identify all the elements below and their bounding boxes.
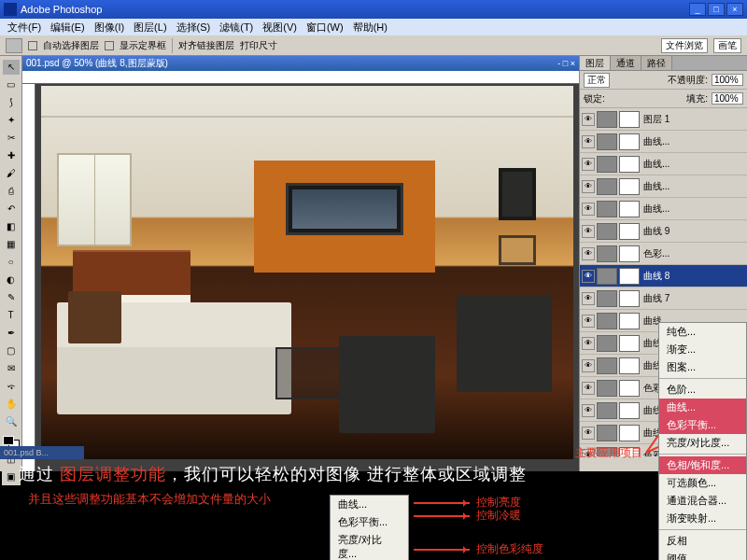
ctxmenu-item[interactable]: 渐变... xyxy=(659,341,746,358)
layer-thumb xyxy=(597,201,617,217)
document-title-bar[interactable]: 001.psd @ 50% (曲线 8,图层蒙版) - □ × xyxy=(22,56,579,71)
canvas-area: 001.psd @ 50% (曲线 8,图层蒙版) - □ × xyxy=(22,56,579,471)
layer-row[interactable]: 👁曲线 9 xyxy=(580,220,747,243)
mask-thumb xyxy=(619,380,640,397)
shape-tool[interactable]: ▢ xyxy=(2,343,21,359)
visibility-icon[interactable]: 👁 xyxy=(582,203,595,216)
ctxmenu-item[interactable]: 曲线... xyxy=(659,399,746,416)
submenu-item[interactable]: 色彩平衡... xyxy=(331,513,408,531)
pen-tool[interactable]: ✒ xyxy=(2,325,21,342)
auto-select-checkbox[interactable] xyxy=(28,41,37,50)
ctxmenu-item[interactable]: 图案... xyxy=(659,358,746,376)
menu-window[interactable]: 窗口(W) xyxy=(303,21,347,35)
visibility-icon[interactable]: 👁 xyxy=(582,404,595,417)
layer-row[interactable]: 👁图层 1 xyxy=(580,108,747,131)
close-button[interactable]: × xyxy=(726,3,743,16)
ctxmenu-item[interactable]: 亮度/对比度... xyxy=(659,434,746,452)
tab-layers[interactable]: 图层 xyxy=(580,56,611,70)
marquee-tool[interactable]: ▭ xyxy=(2,77,21,93)
fill-input[interactable]: 100% xyxy=(712,92,743,105)
gradient-tool[interactable]: ▦ xyxy=(2,236,21,253)
heal-tool[interactable]: ✚ xyxy=(2,147,21,164)
visibility-icon[interactable]: 👁 xyxy=(582,292,595,305)
submenu-item[interactable]: 曲线... xyxy=(331,496,408,513)
ctxmenu-item[interactable]: 渐变映射... xyxy=(659,510,746,527)
move-tool-icon[interactable] xyxy=(6,38,22,53)
eraser-tool[interactable]: ◧ xyxy=(2,218,21,235)
ctxmenu-item[interactable]: 纯色... xyxy=(659,323,746,341)
layer-row[interactable]: 👁曲线... xyxy=(580,175,747,198)
stamp-tool[interactable]: ⎙ xyxy=(2,183,21,200)
opacity-input[interactable]: 100% xyxy=(712,74,743,86)
menu-view[interactable]: 视图(V) xyxy=(259,21,301,35)
visibility-icon[interactable]: 👁 xyxy=(582,382,595,395)
mask-thumb xyxy=(619,290,640,307)
visibility-icon[interactable]: 👁 xyxy=(582,427,595,440)
ctxmenu-item[interactable]: 色相/饱和度... xyxy=(659,456,746,474)
visibility-icon[interactable]: 👁 xyxy=(582,180,595,193)
ctxmenu-item[interactable]: 色彩平衡... xyxy=(659,416,746,434)
layer-thumb xyxy=(597,380,617,397)
menu-file[interactable]: 文件(F) xyxy=(4,21,45,35)
history-tool[interactable]: ↶ xyxy=(2,201,21,217)
blur-tool[interactable]: ○ xyxy=(2,254,21,271)
type-tool[interactable]: T xyxy=(2,307,21,324)
path-tool[interactable]: ✎ xyxy=(2,289,21,306)
layer-name: 曲线 7 xyxy=(641,292,745,305)
layer-thumb xyxy=(597,425,617,441)
menu-layer[interactable]: 图层(L) xyxy=(130,21,170,35)
ctxmenu-item[interactable]: 色阶... xyxy=(659,381,746,399)
visibility-icon[interactable]: 👁 xyxy=(582,225,595,238)
visibility-icon[interactable]: 👁 xyxy=(582,247,595,260)
tab-paths[interactable]: 路径 xyxy=(641,56,672,70)
canvas[interactable] xyxy=(35,84,579,471)
menu-image[interactable]: 图像(I) xyxy=(91,21,128,35)
menu-edit[interactable]: 编辑(E) xyxy=(47,21,89,35)
minimize-button[interactable]: _ xyxy=(689,3,706,16)
toolbox: ↖ ▭ ⟆ ✦ ✂ ✚ 🖌 ⎙ ↶ ◧ ▦ ○ ◐ ✎ T ✒ ▢ ✉ ⤽ ✋ … xyxy=(0,56,22,471)
mask-thumb xyxy=(619,245,640,262)
visibility-icon[interactable]: 👁 xyxy=(582,337,595,350)
visibility-icon[interactable]: 👁 xyxy=(582,135,595,148)
ctxmenu-item[interactable]: 通道混合器... xyxy=(659,492,746,510)
title-bar: Adobe Photoshop _ □ × xyxy=(0,0,747,19)
zoom-tool[interactable]: 🔍 xyxy=(2,413,21,430)
visibility-icon[interactable]: 👁 xyxy=(582,315,595,328)
ctxmenu-item[interactable]: 可选颜色... xyxy=(659,474,746,492)
ctxmenu-item[interactable]: 阈值... xyxy=(659,550,746,560)
submenu-item[interactable]: 亮度/对比度... xyxy=(331,531,408,560)
visibility-icon[interactable]: 👁 xyxy=(582,158,595,171)
maximize-button[interactable]: □ xyxy=(708,3,725,16)
layer-row[interactable]: 👁色彩... xyxy=(580,243,747,265)
brush-tool[interactable]: 🖌 xyxy=(2,165,21,182)
wand-tool[interactable]: ✦ xyxy=(2,112,21,129)
crop-tool[interactable]: ✂ xyxy=(2,130,21,147)
notes-tool[interactable]: ✉ xyxy=(2,360,21,377)
brushes-dd[interactable]: 画笔 xyxy=(713,38,741,53)
layer-row[interactable]: 👁曲线 7 xyxy=(580,287,747,310)
screen-toggle[interactable]: ▣ xyxy=(2,469,21,485)
layer-row[interactable]: 👁曲线... xyxy=(580,153,747,175)
visibility-icon[interactable]: 👁 xyxy=(582,270,595,283)
move-tool[interactable]: ↖ xyxy=(2,59,21,76)
layer-row[interactable]: 👁曲线... xyxy=(580,198,747,220)
minimized-doc-tab[interactable]: 001.psd B... xyxy=(0,446,84,459)
layer-row[interactable]: 👁曲线... xyxy=(580,131,747,153)
hand-tool[interactable]: ✋ xyxy=(2,396,21,413)
bounding-box-checkbox[interactable] xyxy=(105,41,114,50)
dodge-tool[interactable]: ◐ xyxy=(2,272,21,288)
visibility-icon[interactable]: 👁 xyxy=(582,113,595,126)
layer-row[interactable]: 👁曲线 8 xyxy=(580,265,747,287)
layer-thumb xyxy=(597,268,617,285)
lasso-tool[interactable]: ⟆ xyxy=(2,94,21,111)
visibility-icon[interactable]: 👁 xyxy=(582,359,595,372)
menu-select[interactable]: 选择(S) xyxy=(173,21,215,35)
tab-channels[interactable]: 通道 xyxy=(611,56,641,70)
blend-mode-dd[interactable]: 正常 xyxy=(584,73,610,88)
menu-help[interactable]: 帮助(H) xyxy=(349,21,391,35)
eyedropper-tool[interactable]: ⤽ xyxy=(2,378,21,395)
doc-close-icon[interactable]: - □ × xyxy=(557,59,575,68)
ctxmenu-item[interactable]: 反相 xyxy=(659,532,746,550)
file-browser-dd[interactable]: 文件浏览 xyxy=(661,38,708,53)
menu-filter[interactable]: 滤镜(T) xyxy=(216,21,257,35)
